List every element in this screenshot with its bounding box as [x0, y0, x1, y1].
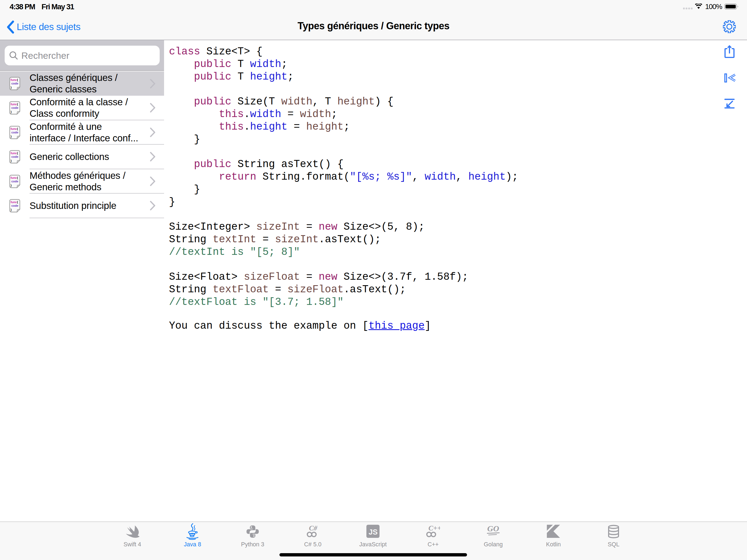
svg-text:C++: C++: [429, 525, 440, 532]
svg-text:JS: JS: [368, 528, 378, 536]
svg-text:GO: GO: [487, 525, 499, 533]
svg-text:C#: C#: [309, 525, 317, 532]
